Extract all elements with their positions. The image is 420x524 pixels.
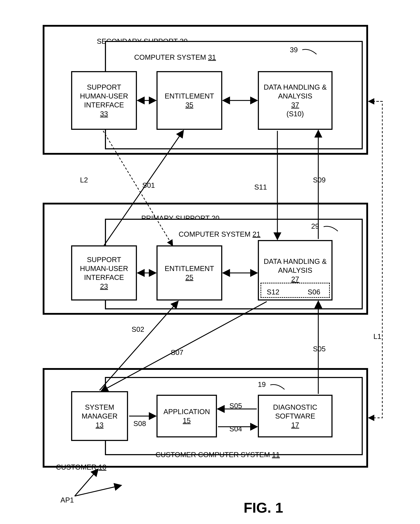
box-17: DIAGNOSTIC SOFTWARE17 (258, 395, 332, 437)
box-37: DATA HANDLING & ANALYSIS37(S10) (258, 71, 332, 130)
media-19: 19 (258, 381, 266, 389)
box-25: ENTITLEMENT25 (157, 245, 222, 300)
box-25-label: ENTITLEMENT25 (158, 264, 221, 282)
label-S01: S01 (142, 181, 155, 189)
cs21-title: COMPUTER SYSTEM 21 (171, 222, 261, 246)
box-33-label: SUPPORT HUMAN-USER INTERFACE33 (72, 83, 136, 118)
media-39: 39 (290, 46, 298, 54)
cs31-title: COMPUTER SYSTEM 31 (126, 45, 216, 69)
s12-label: S12 (267, 288, 279, 296)
box-37-label: DATA HANDLING & ANALYSIS37(S10) (259, 83, 332, 118)
box-27-label: DATA HANDLING & ANALYSIS27 (259, 257, 332, 284)
media-29: 29 (311, 222, 319, 230)
svg-line-15 (75, 485, 121, 496)
customer-title: CUSTOMER 10 (48, 455, 106, 479)
label-S07: S07 (171, 349, 183, 357)
box-23: SUPPORT HUMAN-USER INTERFACE23 (71, 245, 137, 300)
label-S04: S04 (229, 425, 242, 433)
label-L2: L2 (80, 176, 88, 184)
box-35-label: ENTITLEMENT35 (158, 92, 221, 109)
box-33: SUPPORT HUMAN-USER INTERFACE33 (71, 71, 137, 130)
diagram-canvas: SECONDARY SUPPORT 30 COMPUTER SYSTEM 31 … (0, 0, 420, 524)
label-S05b: S05 (313, 345, 326, 353)
label-S11: S11 (254, 183, 267, 191)
label-S08: S08 (133, 420, 146, 428)
label-S05a: S05 (229, 402, 242, 410)
box-17-label: DIAGNOSTIC SOFTWARE17 (259, 403, 332, 429)
label-AP1: AP1 (61, 496, 74, 504)
ccs-title: CUSTOMER COMPUTER SYSTEM 11 (148, 443, 280, 467)
box-15: APPLICATION15 (157, 395, 217, 437)
box-15-label: APPLICATION15 (158, 407, 216, 425)
box-13-label: SYSTEM MANAGER13 (72, 403, 127, 429)
figure-label: FIG. 1 (244, 500, 283, 516)
label-L1: L1 (373, 332, 381, 341)
s06-label: S06 (308, 288, 320, 296)
box-35: ENTITLEMENT35 (157, 71, 222, 130)
label-S02: S02 (131, 325, 144, 333)
box-23-label: SUPPORT HUMAN-USER INTERFACE23 (72, 255, 136, 291)
box-13: SYSTEM MANAGER13 (71, 391, 128, 441)
label-S09: S09 (313, 176, 326, 184)
